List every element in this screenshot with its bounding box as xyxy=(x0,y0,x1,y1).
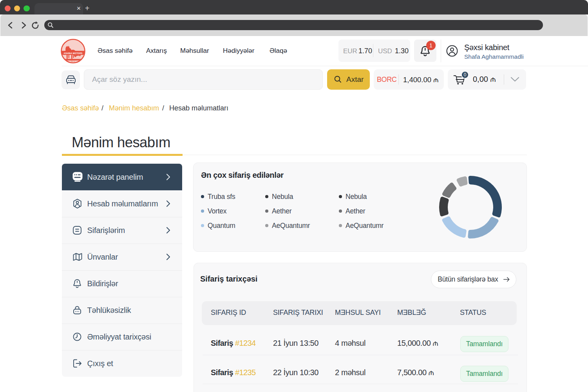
svg-text:Baki city: Baki city xyxy=(71,61,75,62)
svg-text:ASHINA MOTORS: ASHINA MOTORS xyxy=(63,52,82,54)
